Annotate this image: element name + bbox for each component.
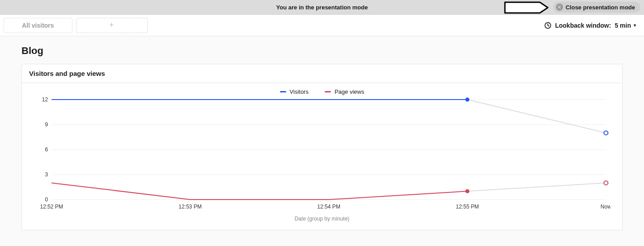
legend-label: Visitors bbox=[290, 88, 309, 95]
tab-label: All visitors bbox=[22, 22, 54, 29]
svg-text:Now: Now bbox=[601, 204, 610, 210]
svg-text:9: 9 bbox=[45, 121, 48, 128]
plus-icon: + bbox=[109, 21, 114, 30]
svg-text:12:53 PM: 12:53 PM bbox=[178, 204, 202, 210]
presentation-banner: You are in the presentation mode ✕ Close… bbox=[0, 0, 644, 15]
clock-icon bbox=[544, 22, 551, 29]
tab-row: All visitors + Lookback window: 5 min ▾ bbox=[0, 15, 644, 36]
svg-text:12:55 PM: 12:55 PM bbox=[456, 204, 479, 210]
tabs: All visitors + bbox=[4, 18, 148, 33]
add-tab-button[interactable]: + bbox=[76, 18, 148, 33]
legend-item-pageviews[interactable]: Page views bbox=[325, 88, 364, 95]
svg-text:3: 3 bbox=[45, 171, 48, 178]
svg-text:12:54 PM: 12:54 PM bbox=[317, 204, 340, 210]
legend-swatch bbox=[325, 91, 331, 92]
banner-message: You are in the presentation mode bbox=[276, 4, 368, 11]
lookback-select[interactable]: 5 min ▾ bbox=[614, 22, 636, 29]
lookback-control: Lookback window: 5 min ▾ bbox=[544, 22, 640, 29]
legend-item-visitors[interactable]: Visitors bbox=[280, 88, 309, 95]
content-area: Blog Visitors and page views Visitors Pa… bbox=[0, 36, 644, 246]
tab-all-visitors[interactable]: All visitors bbox=[4, 18, 72, 33]
svg-point-17 bbox=[604, 131, 608, 135]
legend-label: Page views bbox=[335, 88, 364, 95]
svg-text:6: 6 bbox=[45, 146, 48, 153]
close-icon: ✕ bbox=[556, 4, 563, 11]
chart-card-body: Visitors Page views 03691212:52 PM12:53 … bbox=[22, 83, 622, 230]
svg-text:0: 0 bbox=[45, 196, 48, 203]
legend-swatch bbox=[280, 91, 286, 92]
svg-text:12: 12 bbox=[42, 97, 48, 103]
svg-point-19 bbox=[604, 181, 608, 185]
svg-text:12:52 PM: 12:52 PM bbox=[40, 204, 63, 210]
chart: 03691212:52 PM12:53 PM12:54 PM12:55 PMNo… bbox=[34, 97, 610, 213]
close-presentation-label: Close presentation mode bbox=[566, 4, 635, 11]
lookback-label: Lookback window: bbox=[555, 22, 611, 29]
close-presentation-button[interactable]: ✕ Close presentation mode bbox=[553, 2, 640, 13]
tag-shape-decoration bbox=[504, 1, 549, 13]
lookback-value: 5 min bbox=[614, 22, 631, 29]
chart-card-title: Visitors and page views bbox=[22, 64, 622, 83]
chevron-down-icon: ▾ bbox=[634, 23, 636, 28]
svg-point-18 bbox=[465, 189, 469, 193]
chart-x-axis-label: Date (group by minute) bbox=[34, 216, 610, 222]
svg-point-16 bbox=[465, 98, 469, 102]
chart-card: Visitors and page views Visitors Page vi… bbox=[21, 64, 623, 230]
page-title: Blog bbox=[21, 45, 623, 57]
chart-legend: Visitors Page views bbox=[34, 88, 610, 95]
